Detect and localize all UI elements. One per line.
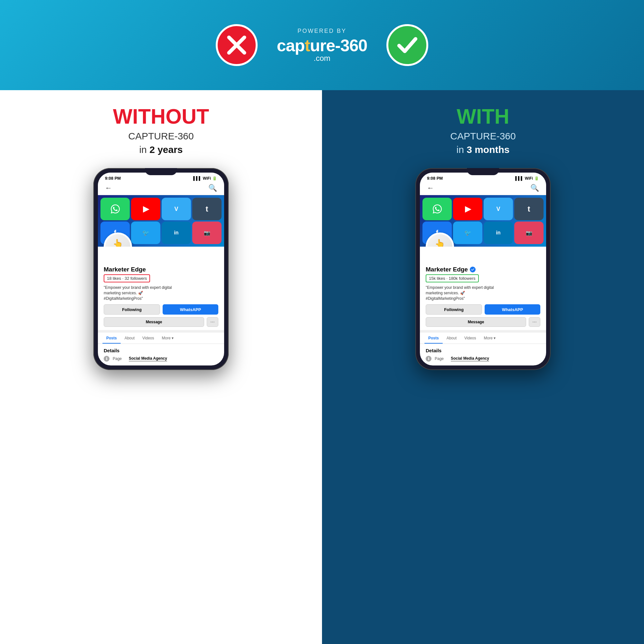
tab-posts-without[interactable]: Posts: [102, 333, 121, 344]
avatar-without: 👆 Marketer Edge: [104, 232, 132, 247]
phone-notch-without: [145, 168, 177, 175]
details-row-with: ℹ Page Social Media Agency: [426, 356, 540, 362]
wrong-icon: [216, 24, 258, 66]
profile-name-with: Marketer Edge: [426, 266, 540, 273]
info-icon-without: ℹ: [104, 356, 109, 362]
tab-about-without[interactable]: About: [121, 333, 138, 344]
avatar-with: 👆 Marketer Edge: [426, 232, 454, 247]
without-label: WITHOUT: [113, 106, 209, 127]
profile-name-without: Marketer Edge: [104, 266, 218, 273]
col-without: WITHOUT CAPTURE-360 in 2 years 9:08 PM ▌…: [0, 90, 322, 644]
following-button-with[interactable]: Following: [426, 304, 482, 315]
nav-bar-with: ← 🔍: [420, 182, 546, 195]
profile-info-without: Marketer Edge 18 likes · 32 followers "E…: [98, 263, 224, 301]
following-button-without[interactable]: Following: [104, 304, 160, 315]
powered-by-label: POWERED BY: [298, 28, 346, 34]
tab-videos-with[interactable]: Videos: [460, 333, 480, 344]
without-sublabel: CAPTURE-360 in 2 years: [128, 129, 194, 156]
nav-bar-without: ← 🔍: [98, 182, 224, 195]
col-with: WITH CAPTURE-360 in 3 months 9:08 PM ▌▌▌…: [322, 90, 644, 644]
details-page-value-without: Social Media Agency: [129, 356, 167, 361]
tabs-bar-with: Posts About Videos More ▾: [420, 333, 546, 344]
search-icon-with: 🔍: [530, 184, 539, 192]
whatsapp-button-with[interactable]: WhatsAPP: [485, 304, 540, 315]
message-button-with[interactable]: Message: [426, 317, 526, 327]
phone-with: 9:08 PM ▌▌▌ WiFi 🔋 ← 🔍: [415, 168, 551, 370]
cover-photo-with: ▶ V t f 🐦 in 📷 👆 Ma: [420, 195, 546, 247]
details-page-label-with: Page: [435, 356, 448, 361]
action-buttons-without: Following WhatsAPP: [98, 301, 224, 315]
stats-box-without: 18 likes · 32 followers: [104, 274, 150, 282]
tab-more-with[interactable]: More ▾: [480, 333, 500, 344]
details-title-with: Details: [426, 348, 540, 353]
details-section-with: Details ℹ Page Social Media Agency: [420, 344, 546, 365]
tabs-bar-without: Posts About Videos More ▾: [98, 333, 224, 344]
details-title-without: Details: [104, 348, 218, 353]
verified-badge-with: [470, 267, 476, 272]
compare-section: WITHOUT CAPTURE-360 in 2 years 9:08 PM ▌…: [0, 90, 644, 644]
status-time-without: 9:08 PM: [105, 176, 121, 181]
more-dots-button-with[interactable]: ···: [529, 317, 540, 327]
more-dots-button-without[interactable]: ···: [207, 317, 218, 327]
brand-logo: POWERED BY capture-360 .com: [277, 28, 367, 63]
search-icon-without: 🔍: [208, 184, 217, 192]
profile-info-with: Marketer Edge 15k likes · 180k followers…: [420, 263, 546, 301]
header-banner: POWERED BY capture-360 .com: [0, 0, 644, 90]
right-icon: [386, 24, 428, 66]
with-label: WITH: [457, 106, 509, 127]
profile-bio-without: "Empower your brand with expert digital …: [104, 285, 218, 301]
tab-more-without[interactable]: More ▾: [158, 333, 178, 344]
with-sublabel: CAPTURE-360 in 3 months: [450, 129, 516, 156]
action-buttons2-without: Message ···: [98, 315, 224, 327]
cover-photo-without: ▶ V t f 🐦 in 📷 👆: [98, 195, 224, 247]
back-icon-without: ←: [105, 184, 112, 192]
action-buttons2-with: Message ···: [420, 315, 546, 327]
phone-without: 9:08 PM ▌▌▌ WiFi 🔋 ← 🔍: [93, 168, 229, 370]
details-page-label-without: Page: [113, 356, 126, 361]
phone-notch-with: [467, 168, 499, 175]
details-section-without: Details ℹ Page Social Media Agency: [98, 344, 224, 365]
brand-name: capture-360: [277, 36, 367, 55]
tab-posts-with[interactable]: Posts: [424, 333, 443, 344]
action-buttons-with: Following WhatsAPP: [420, 301, 546, 315]
info-icon-with: ℹ: [426, 356, 431, 362]
message-button-without[interactable]: Message: [104, 317, 204, 327]
details-page-value-with: Social Media Agency: [451, 356, 489, 361]
brand-dot-com: .com: [314, 54, 330, 63]
back-icon-with: ←: [427, 184, 434, 192]
stats-box-with: 15k likes · 180k followers: [426, 274, 479, 282]
status-time-with: 9:08 PM: [427, 176, 443, 181]
tab-about-with[interactable]: About: [443, 333, 460, 344]
whatsapp-button-without[interactable]: WhatsAPP: [163, 304, 218, 315]
tab-videos-without[interactable]: Videos: [138, 333, 158, 344]
details-row-without: ℹ Page Social Media Agency: [104, 356, 218, 362]
profile-bio-with: "Empower your brand with expert digital …: [426, 285, 540, 301]
